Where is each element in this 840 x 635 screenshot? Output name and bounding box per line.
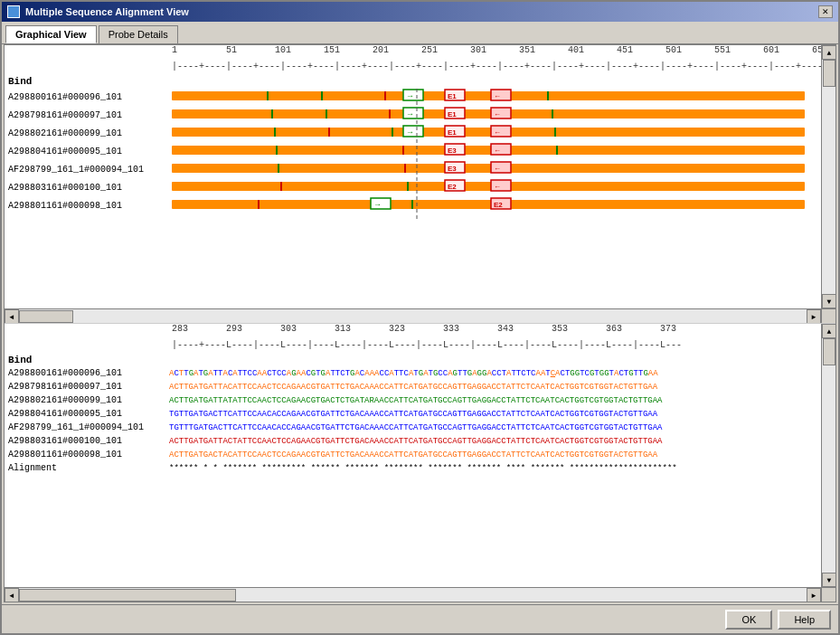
table-row: A298804161#000095_101 TGTTGATGACTTCATTCC… (5, 408, 821, 421)
table-row: A298800161#000096_101 ACTTGATGATTACATTCC… (5, 367, 821, 380)
content-area: 1 51 101 151 201 251 301 351 401 451 501… (4, 44, 836, 602)
main-window: Multiple Sequence Alignment View ✕ Graph… (0, 0, 840, 635)
scroll-right-btn-b[interactable]: ► (807, 588, 821, 602)
svg-text:←: ← (494, 92, 501, 100)
svg-text:AF298799_161_1#000094_101: AF298799_161_1#000094_101 (8, 165, 144, 175)
ruler-ticks-bottom: |----+----L----|----L----|----L----|----… (5, 340, 821, 353)
seq-dna-5: TGTTTGATGACTTCATTCCAACACCAGAACGTGATTCTGA… (169, 422, 663, 434)
help-button[interactable]: Help (778, 610, 831, 630)
table-row: A298803161#000100_101 ACTTGATGATTACTATTC… (5, 435, 821, 448)
svg-text:←: ← (494, 147, 501, 155)
scroll-thumb-v-bottom[interactable] (823, 338, 835, 365)
scroll-right-button[interactable]: ► (807, 309, 821, 324)
scrollbar-vertical-top[interactable]: ▲ ▼ (821, 45, 835, 308)
seq-name-5: AF298799_161_1#000094_101 (5, 422, 169, 434)
seq-name-2: A298798161#000097_101 (5, 381, 169, 393)
sequence-msa: 283 293 303 313 323 333 343 353 363 373 … (5, 324, 821, 587)
svg-text:A298798161#000097_101: A298798161#000097_101 (8, 110, 122, 120)
scrollbar-horizontal-top[interactable]: ◄ ► (5, 308, 821, 323)
svg-text:→: → (406, 128, 414, 137)
svg-text:A298804161#000095_101: A298804161#000095_101 (8, 147, 122, 156)
svg-rect-32 (554, 128, 556, 137)
scroll-up-button[interactable]: ▲ (822, 45, 835, 60)
svg-text:E1: E1 (448, 110, 457, 118)
svg-text:→: → (373, 200, 382, 209)
app-icon (7, 5, 20, 18)
table-row: A298798161#000097_101 ACTTGATGATTACATTCC… (5, 381, 821, 393)
scroll-left-button[interactable]: ◄ (5, 309, 19, 324)
sequence-detail-panel: 283 293 303 313 323 333 343 353 363 373 … (5, 324, 835, 602)
seq-dna-6: ACTTGATGATTACTATTCCAACTCCAGAACGTGATTCTGA… (169, 435, 663, 448)
svg-rect-19 (552, 109, 553, 118)
svg-rect-17 (389, 109, 391, 118)
svg-text:E1: E1 (448, 128, 457, 137)
svg-text:E2: E2 (494, 201, 503, 209)
ruler-numbers-bottom: 283 293 303 313 323 333 343 353 363 373 (5, 324, 821, 340)
svg-text:←: ← (494, 183, 501, 191)
scroll-up-btn-b[interactable]: ▲ (822, 324, 835, 338)
svg-rect-50 (172, 164, 805, 173)
svg-text:→: → (406, 109, 414, 118)
svg-text:A298803161#000100_101: A298803161#000100_101 (8, 183, 122, 193)
svg-rect-52 (404, 164, 406, 173)
svg-rect-4 (384, 91, 386, 100)
ruler-numbers-top: 1 51 101 151 201 251 301 351 401 451 501… (5, 45, 821, 62)
seq-name-7: A298801161#000098_101 (5, 449, 169, 461)
graphical-panel: 1 51 101 151 201 251 301 351 401 451 501… (5, 45, 835, 324)
scrollbar-vertical-bottom[interactable]: ▲ ▼ (821, 324, 835, 587)
alignment-label: Alignment (5, 462, 169, 475)
table-row: AF298799_161_1#000094_101 TGTTTGATGACTTC… (5, 422, 821, 434)
scroll-thumb-v-top[interactable] (823, 60, 835, 87)
scroll-thumb-h-bottom[interactable] (19, 589, 236, 602)
seq-dna-1: ACTTGATGATTACATTCCAACTCCAGAACGTGATTCTGAC… (169, 367, 658, 380)
svg-rect-68 (172, 200, 805, 209)
graphical-sequences: A298800161#000096_101 → E1 (5, 89, 809, 220)
svg-rect-15 (271, 109, 273, 118)
svg-text:←: ← (494, 128, 501, 137)
bind-label-bottom: Bind (5, 353, 821, 367)
graphical-msa: 1 51 101 151 201 251 301 351 401 451 501… (5, 45, 821, 308)
seq-name-3: A298802161#000099_101 (5, 394, 169, 407)
scroll-thumb-h-top[interactable] (19, 310, 73, 323)
svg-rect-40 (172, 146, 805, 155)
svg-rect-61 (407, 182, 409, 191)
close-button[interactable]: ✕ (818, 5, 833, 18)
svg-rect-41 (276, 146, 278, 155)
alignment-consensus: ****** * * ******* ********* ****** ****… (169, 462, 677, 475)
scroll-down-btn-b[interactable]: ▼ (822, 573, 835, 587)
scroll-down-button[interactable]: ▼ (822, 294, 835, 308)
svg-rect-29 (328, 128, 330, 137)
scroll-left-btn-b[interactable]: ◄ (5, 588, 19, 602)
svg-rect-60 (280, 182, 282, 191)
scrollbar-horizontal-bottom[interactable]: ◄ ► (5, 587, 821, 602)
tab-probe-details[interactable]: Probe Details (99, 25, 178, 43)
tab-graphical-view[interactable]: Graphical View (5, 25, 97, 43)
tabs-bar: Graphical View Probe Details (2, 22, 838, 44)
svg-rect-44 (556, 146, 558, 155)
svg-text:E1: E1 (448, 92, 457, 100)
svg-text:←: ← (494, 110, 501, 118)
svg-text:E3: E3 (448, 165, 457, 173)
svg-rect-42 (402, 146, 404, 155)
alignment-consensus-row: Alignment ****** * * ******* ********* *… (5, 462, 821, 475)
seq-dna-4: TGTTGATGACTTCATTCCAACACCAGAACGTGATTCTGAC… (169, 408, 657, 421)
ok-button[interactable]: OK (725, 610, 772, 630)
ruler-ticks-top: |----+----|----+----|----+----|----+----… (5, 62, 821, 74)
scroll-corner-bottom (821, 587, 835, 602)
seq-name-1: A298800161#000096_101 (5, 367, 169, 380)
svg-rect-16 (326, 109, 327, 118)
seq-name-6: A298803161#000100_101 (5, 435, 169, 448)
seq-name-4: A298804161#000095_101 (5, 408, 169, 421)
seq-dna-3: ACTTGATGATTATATTCCAACTCCAGAACGTGACTCTGAT… (169, 394, 663, 407)
svg-text:A298802161#000099_101: A298802161#000099_101 (8, 128, 122, 138)
svg-text:←: ← (494, 165, 501, 173)
scroll-corner-top (821, 308, 835, 323)
svg-rect-14 (172, 109, 805, 118)
svg-rect-70 (411, 200, 413, 209)
svg-rect-59 (172, 182, 805, 191)
bind-label-top: Bind (5, 74, 821, 89)
svg-rect-30 (392, 128, 393, 137)
svg-rect-27 (172, 128, 805, 137)
svg-rect-51 (278, 164, 279, 173)
svg-rect-2 (267, 91, 269, 100)
